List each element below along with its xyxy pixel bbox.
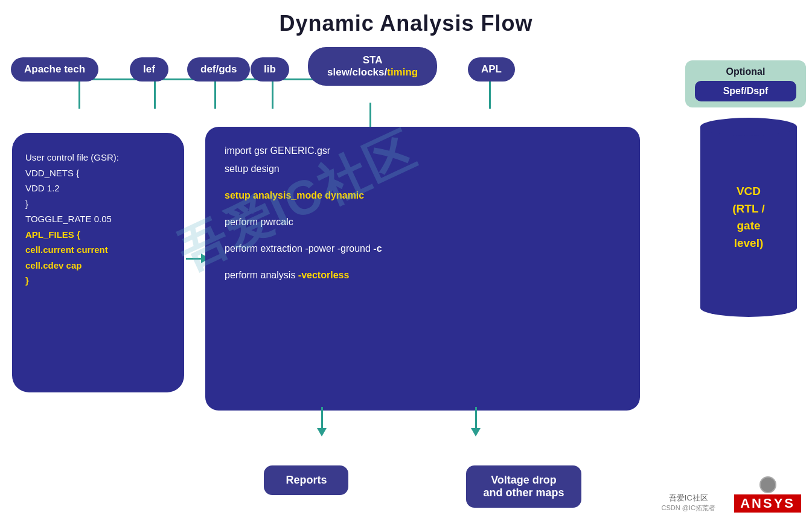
main-line6: perform analysis -vectorless bbox=[225, 268, 621, 283]
main-line3: setup analysis_mode dynamic bbox=[225, 188, 621, 203]
gsr-text: User control file (GSR): VDD_NETS { VDD … bbox=[25, 150, 171, 289]
vcd-line2: (RTL / bbox=[724, 200, 773, 218]
main-block: import gsr GENERIC.gsr setup design setu… bbox=[205, 127, 640, 411]
gsr-line8: cell.cdev cap bbox=[25, 258, 171, 273]
main-line4-text: perform pwrcalc bbox=[225, 217, 293, 227]
ansys-icon-circle bbox=[759, 476, 776, 493]
main-line5: perform extraction -power -ground -c bbox=[225, 241, 621, 256]
main-line5-highlight: -c bbox=[373, 243, 382, 254]
arrow-to-reports bbox=[317, 407, 327, 436]
spef-label: Spef/Dspf bbox=[695, 81, 796, 101]
vcd-line3: gate level) bbox=[724, 217, 773, 252]
gsr-arrow-line bbox=[186, 258, 201, 260]
lef-box: lef bbox=[130, 57, 168, 82]
arrow-sta-line bbox=[369, 103, 371, 130]
apl-label: APL bbox=[468, 57, 515, 82]
ansys-logo: ANSYS bbox=[734, 476, 801, 513]
reports-box: Reports bbox=[264, 465, 348, 495]
main-line5-pre: perform extraction -power -ground bbox=[225, 243, 373, 254]
main-line1-text: import gsr GENERIC.gsr bbox=[225, 145, 330, 156]
main-block-text: import gsr GENERIC.gsr setup design setu… bbox=[225, 144, 621, 283]
vert-line-lib bbox=[272, 78, 273, 109]
apache-tech-box: Apache tech bbox=[11, 57, 98, 82]
main-line4: perform pwrcalc bbox=[225, 215, 621, 229]
ansys-icon-row bbox=[759, 476, 776, 493]
gsr-line7: cell.current current bbox=[25, 242, 171, 258]
community-site: CSDN @IC拓荒者 bbox=[662, 503, 715, 513]
lib-box: lib bbox=[251, 57, 289, 82]
gsr-block: User control file (GSR): VDD_NETS { VDD … bbox=[12, 133, 184, 392]
main-line3-text: setup analysis_mode dynamic bbox=[225, 190, 364, 200]
vcd-cylinder: VCD (RTL / gate level) bbox=[700, 118, 797, 317]
defgds-label: def/gds bbox=[187, 57, 250, 82]
voltage-drop-label: Voltage dropand other maps bbox=[483, 474, 564, 499]
vcd-top-cap bbox=[700, 118, 797, 136]
arrow-voltage-line bbox=[475, 407, 477, 428]
lef-label: lef bbox=[130, 57, 168, 82]
vcd-body: VCD (RTL / gate level) bbox=[700, 127, 797, 308]
community-badge: 吾爱IC社区 CSDN @IC拓荒者 bbox=[662, 493, 715, 513]
arrow-reports-head bbox=[317, 428, 327, 436]
vert-line-apl bbox=[489, 78, 491, 109]
main-line2-text: setup design bbox=[225, 164, 280, 174]
main-line6-highlight: -vectorless bbox=[298, 270, 350, 280]
vert-line-defgds bbox=[214, 78, 216, 109]
sta-main: STA bbox=[363, 54, 383, 66]
gsr-line2: VDD_NETS { bbox=[25, 165, 171, 181]
page-container: Dynamic Analysis Flow Apache tech lef de… bbox=[0, 0, 812, 521]
optional-label: Optional bbox=[695, 66, 796, 77]
defgds-box: def/gds bbox=[187, 57, 250, 82]
vcd-line1: VCD bbox=[724, 183, 773, 200]
gsr-line5: TOGGLE_RATE 0.05 bbox=[25, 211, 171, 227]
vcd-text: VCD (RTL / gate level) bbox=[724, 183, 773, 252]
arrow-to-voltage bbox=[471, 407, 481, 436]
sta-sub: slew/clocks/ bbox=[327, 66, 387, 78]
lib-label: lib bbox=[251, 57, 289, 82]
main-line6-pre: perform analysis bbox=[225, 270, 298, 280]
main-line2: setup design bbox=[225, 162, 621, 176]
community-name: 吾爱IC社区 bbox=[662, 493, 715, 503]
apl-box: APL bbox=[468, 57, 515, 82]
arrow-reports-line bbox=[321, 407, 323, 428]
gsr-line3: VDD 1.2 bbox=[25, 181, 171, 196]
bottom-outputs: Reports Voltage dropand other maps bbox=[205, 465, 640, 508]
vert-line-apache bbox=[78, 78, 80, 109]
arrow-voltage-head bbox=[471, 428, 481, 436]
sta-timing: timing bbox=[387, 66, 418, 78]
gsr-line6: APL_FILES { bbox=[25, 227, 171, 243]
page-title: Dynamic Analysis Flow bbox=[0, 0, 812, 42]
vert-line-lef bbox=[154, 78, 156, 109]
voltage-drop-box: Voltage dropand other maps bbox=[466, 465, 581, 508]
ansys-brand-label: ANSYS bbox=[734, 494, 801, 513]
sta-box: STA slew/clocks/timing bbox=[308, 47, 437, 86]
gsr-line4: } bbox=[25, 196, 171, 212]
main-line1: import gsr GENERIC.gsr bbox=[225, 144, 621, 158]
sta-label: STA slew/clocks/timing bbox=[308, 47, 437, 86]
apache-tech-label: Apache tech bbox=[11, 57, 98, 82]
gsr-line9: } bbox=[25, 273, 171, 289]
gsr-line1: User control file (GSR): bbox=[25, 150, 171, 165]
optional-box: Optional Spef/Dspf bbox=[685, 60, 806, 107]
